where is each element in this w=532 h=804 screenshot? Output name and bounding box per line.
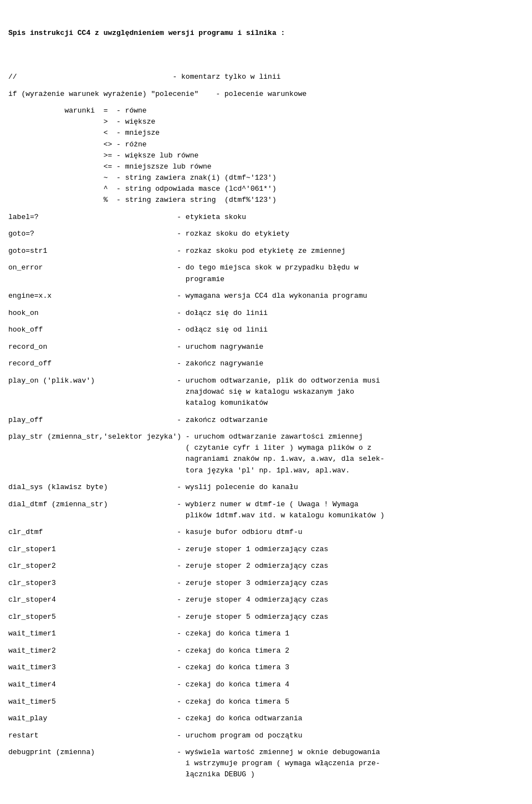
line <box>8 319 524 324</box>
line: % - string zawiera string (dtmf%'123') <box>8 195 524 206</box>
line: plików 1dtmf.wav itd. w katalogu komunik… <box>8 510 524 521</box>
line: play_str (zmienna_str,'selektor jezyka')… <box>8 431 524 442</box>
line: restart - uruchom program od początku <box>8 730 524 741</box>
line <box>8 640 524 645</box>
line <box>8 724 524 730</box>
line <box>8 476 524 482</box>
line: clr_stoper5 - zeruje stoper 5 odmierzają… <box>8 612 524 623</box>
line: wait_timer3 - czekaj do końca timera 3 <box>8 662 524 673</box>
line: <> - różne <box>8 139 524 150</box>
line: engine=x.x - wymagana wersja CC4 dla wyk… <box>8 291 524 302</box>
line: goto=str1 - rozkaz skoku pod etykietę ze… <box>8 246 524 257</box>
line: record_off - zakończ nagrywanie <box>8 358 524 369</box>
line: // - komentarz tylko w linii <box>8 72 524 83</box>
line <box>8 409 524 414</box>
line: debugprint (zmienna) - wyświela wartość … <box>8 747 524 758</box>
line: label=? - etykieta skoku <box>8 212 524 223</box>
line: hook_off - odłącz się od linii <box>8 324 524 335</box>
line: clr_dtmf - kasuje bufor odbioru dtmf-u <box>8 527 524 538</box>
line: on_error - do tego miejsca skok w przypa… <box>8 262 524 273</box>
line: znajdować się w katalogu wskazanym jako <box>8 386 524 398</box>
line <box>8 538 524 543</box>
line: clr_stoper1 - zeruje stoper 1 odmierzają… <box>8 544 524 555</box>
line <box>8 302 524 307</box>
line <box>8 521 524 527</box>
line: tora języka 'pl' np. 1pl.wav, apl.wav. <box>8 465 524 476</box>
line: play_on ('plik.wav') - uruchom odtwarzan… <box>8 375 524 386</box>
line <box>8 335 524 341</box>
line: record_on - uruchom nagrywanie <box>8 342 524 353</box>
line <box>8 369 524 375</box>
line <box>8 741 524 747</box>
line: katalog komunikatów <box>8 398 524 409</box>
line: wait_timer2 - czekaj do końca timera 2 <box>8 645 524 657</box>
line: clr_stoper2 - zeruje stoper 2 odmierzają… <box>8 561 524 572</box>
line <box>8 657 524 662</box>
document-container: Spis instrukcji CC4 z uwzględnieniem wer… <box>8 6 524 792</box>
line <box>8 240 524 245</box>
line: łącznika DEBUG ) <box>8 769 524 780</box>
line: wait_timer1 - czekaj do końca timera 1 <box>8 628 524 639</box>
line <box>8 589 524 594</box>
line: ^ - string odpowiada masce (lcd^'061*') <box>8 184 524 195</box>
line <box>8 674 524 679</box>
line: dial_sys (klawisz byte) - wyslij polecen… <box>8 482 524 493</box>
line: < - mniejsze <box>8 128 524 139</box>
line: wait_timer5 - czekaj do końca timera 5 <box>8 696 524 708</box>
line <box>8 572 524 577</box>
line <box>8 493 524 498</box>
line <box>8 708 524 713</box>
line: i wstrzymuje program ( wymaga włączenia … <box>8 758 524 769</box>
line <box>8 206 524 211</box>
line: programie <box>8 274 524 285</box>
line <box>8 555 524 561</box>
line <box>8 353 524 358</box>
line: ~ - string zawiera znak(i) (dtmf~'123') <box>8 172 524 184</box>
line: hook_on - dołącz się do linii <box>8 308 524 319</box>
line <box>8 100 524 105</box>
line: goto=? - rozkaz skoku do etykiety <box>8 228 524 240</box>
line: play_off - zakończ odtwarzanie <box>8 415 524 426</box>
line <box>8 606 524 612</box>
line: wait_play - czekaj do końca odtwarzania <box>8 713 524 724</box>
line <box>8 223 524 228</box>
line: > - większe <box>8 116 524 128</box>
line <box>8 426 524 431</box>
document-title: Spis instrukcji CC4 z uwzględnieniem wer… <box>8 28 524 39</box>
line: clr_stoper3 - zeruje stoper 3 odmierzają… <box>8 578 524 589</box>
document-lines: // - komentarz tylko w linii if (wyrażen… <box>8 66 524 781</box>
line <box>8 66 524 72</box>
line: ( czytanie cyfr i liter ) wymaga plików … <box>8 442 524 454</box>
line: warunki = - równe <box>8 105 524 116</box>
line: >= - większe lub równe <box>8 150 524 161</box>
line: if (wyrażenie warunek wyrażenie) "polece… <box>8 89 524 100</box>
line <box>8 83 524 88</box>
line: nagraniami znaków np. 1.wav, a.wav, dla … <box>8 454 524 465</box>
line: wait_timer4 - czekaj do końca timera 4 <box>8 679 524 690</box>
line <box>8 285 524 291</box>
line: dial_dtmf (zmienna_str) - wybierz numer … <box>8 499 524 510</box>
line <box>8 257 524 262</box>
line <box>8 690 524 696</box>
line: clr_stoper4 - zeruje stoper 4 odmierzają… <box>8 594 524 605</box>
line: <= - mniejszsze lub równe <box>8 161 524 172</box>
line <box>8 623 524 628</box>
